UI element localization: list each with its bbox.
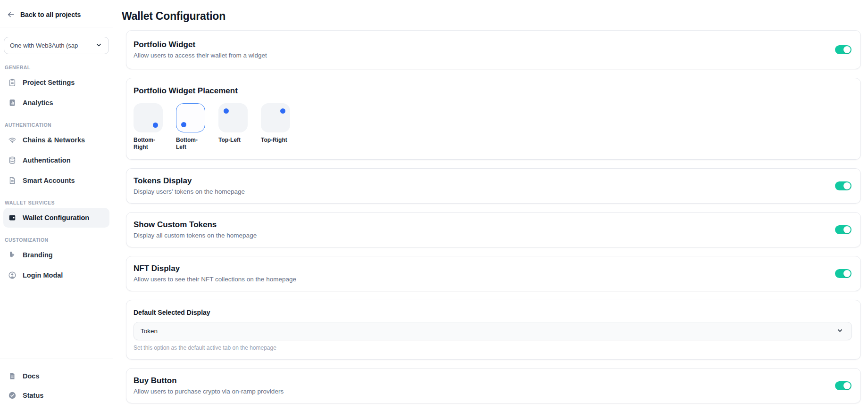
wifi-icon <box>8 136 17 144</box>
card-title: Show Custom Tokens <box>134 220 257 230</box>
placement-dot-top-left <box>224 108 229 114</box>
card-text: Portfolio WidgetAllow users to access th… <box>134 40 267 60</box>
page-title: Wallet Configuration <box>122 10 868 23</box>
field-label: Default Selected Display <box>134 309 852 316</box>
project-dropdown-value: One with Web3Auth (sap <box>10 42 78 49</box>
card-subtitle: Display all custom tokens on the homepag… <box>134 231 257 240</box>
sidebar-section-label: AUTHENTICATION <box>5 122 108 128</box>
sidebar-item-label: Chains & Networks <box>23 136 85 144</box>
sidebar-section-label: GENERAL <box>5 65 108 70</box>
sidebar-item-label: Analytics <box>23 99 53 107</box>
chevron-down-icon <box>95 41 104 50</box>
placement-option-bottom-right[interactable]: Bottom-Right <box>134 103 165 151</box>
card-subtitle: Allow users to access their wallet from … <box>134 51 267 60</box>
sidebar: Back to all projects One with Web3Auth (… <box>0 0 113 410</box>
brush-icon <box>8 251 17 259</box>
default-selected-display-select[interactable]: Token <box>134 322 852 340</box>
wallet-icon <box>8 213 17 222</box>
toggle-knob <box>843 382 851 389</box>
placement-option-label: Bottom-Right <box>134 137 165 151</box>
card-show-custom-tokens: Show Custom TokensDisplay all custom tok… <box>126 212 861 247</box>
tokens-display-toggle[interactable] <box>835 181 851 190</box>
database-icon <box>8 156 17 164</box>
field-helper: Set this option as the default active ta… <box>134 344 852 351</box>
placement-option-top-right[interactable]: Top-Right <box>261 103 292 151</box>
nft-display-toggle[interactable] <box>835 269 851 278</box>
card-portfolio-widget: Portfolio WidgetAllow users to access th… <box>126 30 861 69</box>
toggle-knob <box>843 270 851 277</box>
sidebar-item-label: Authentication <box>23 156 71 164</box>
file-icon <box>8 176 17 185</box>
card-title: Buy Button <box>134 376 284 386</box>
sidebar-spacer <box>0 286 113 359</box>
sidebar-item-label: Status <box>23 392 43 399</box>
sidebar-item-docs[interactable]: Docs <box>3 367 109 385</box>
card-text: Tokens DisplayDisplay users' tokens on t… <box>134 176 245 196</box>
sidebar-section-label: WALLET SERVICES <box>5 200 108 205</box>
placement-dot-bottom-left <box>181 122 186 127</box>
show-custom-tokens-toggle[interactable] <box>835 225 851 234</box>
placement-option-top-left[interactable]: Top-Left <box>218 103 250 151</box>
card-text: Show Custom TokensDisplay all custom tok… <box>134 220 257 240</box>
cards-container: Portfolio WidgetAllow users to access th… <box>126 30 861 410</box>
sidebar-item-analytics[interactable]: Analytics <box>3 93 109 113</box>
placement-option-label: Bottom-Left <box>176 137 207 151</box>
main-content: Wallet Configuration Portfolio WidgetAll… <box>113 0 868 410</box>
card-title: Portfolio Widget <box>134 40 267 50</box>
card-buy-button: Buy ButtonAllow users to purchase crypto… <box>126 368 861 403</box>
placement-dot-bottom-right <box>153 123 158 128</box>
sidebar-item-branding[interactable]: Branding <box>3 245 109 265</box>
card-subtitle: Allow users to see their NFT collections… <box>134 275 296 284</box>
sidebar-item-label: Wallet Configuration <box>23 214 89 221</box>
placement-tile <box>134 103 163 132</box>
card-title: Portfolio Widget Placement <box>134 86 853 96</box>
analytics-icon <box>8 98 17 107</box>
sidebar-footer-items: DocsStatus <box>0 367 113 405</box>
toggle-knob <box>843 226 851 233</box>
check-circle-icon <box>8 391 17 400</box>
sidebar-item-project-settings[interactable]: Project Settings <box>3 73 109 92</box>
placement-tile <box>176 103 205 132</box>
app: Back to all projects One with Web3Auth (… <box>0 0 868 410</box>
document-icon <box>8 372 17 380</box>
placement-dot-top-right <box>280 108 285 114</box>
buy-button-toggle[interactable] <box>835 381 851 390</box>
sidebar-item-authentication[interactable]: Authentication <box>3 150 109 170</box>
card-title: NFT Display <box>134 263 296 274</box>
card-tokens-display: Tokens DisplayDisplay users' tokens on t… <box>126 168 861 204</box>
sidebar-item-status[interactable]: Status <box>3 386 109 405</box>
placement-tile <box>261 103 290 132</box>
sidebar-nav: GENERALProject SettingsAnalyticsAUTHENTI… <box>0 55 113 286</box>
placement-tile <box>218 103 248 132</box>
card-subtitle: Display users' tokens on the homepage <box>134 188 245 196</box>
card-nft-display: NFT DisplayAllow users to see their NFT … <box>126 256 861 291</box>
project-dropdown[interactable]: One with Web3Auth (sap <box>4 37 109 54</box>
sidebar-item-login-modal[interactable]: Login Modal <box>3 265 109 285</box>
chevron-down-icon <box>836 327 845 336</box>
placement-options: Bottom-RightBottom-LeftTop-LeftTop-Right <box>134 103 853 151</box>
arrow-left-icon <box>7 10 15 19</box>
sidebar-top-divider <box>0 27 113 27</box>
select-value: Token <box>141 328 158 335</box>
card-default-selected-display: Default Selected DisplayTokenSet this op… <box>126 300 861 360</box>
sidebar-footer-divider <box>0 359 113 359</box>
card-text: Buy ButtonAllow users to purchase crypto… <box>134 376 284 396</box>
sidebar-item-label: Login Modal <box>23 271 63 279</box>
toggle-knob <box>843 182 851 189</box>
portfolio-widget-toggle[interactable] <box>835 45 851 54</box>
sidebar-item-wallet-configuration[interactable]: Wallet Configuration <box>3 208 109 228</box>
card-text: NFT DisplayAllow users to see their NFT … <box>134 263 296 284</box>
sidebar-item-label: Project Settings <box>23 79 75 86</box>
sidebar-item-label: Smart Accounts <box>23 177 75 184</box>
sidebar-item-chains-networks[interactable]: Chains & Networks <box>3 130 109 150</box>
sidebar-footer: DocsStatus <box>0 359 113 410</box>
card-title: Tokens Display <box>134 176 245 186</box>
back-link[interactable]: Back to all projects <box>0 0 113 27</box>
toggle-knob <box>843 46 851 53</box>
sidebar-section-label: CUSTOMIZATION <box>5 237 108 243</box>
sidebar-item-label: Branding <box>23 251 53 259</box>
sidebar-item-label: Docs <box>23 372 39 380</box>
placement-option-bottom-left[interactable]: Bottom-Left <box>176 103 207 151</box>
user-circle-icon <box>8 271 17 279</box>
sidebar-item-smart-accounts[interactable]: Smart Accounts <box>3 171 109 190</box>
